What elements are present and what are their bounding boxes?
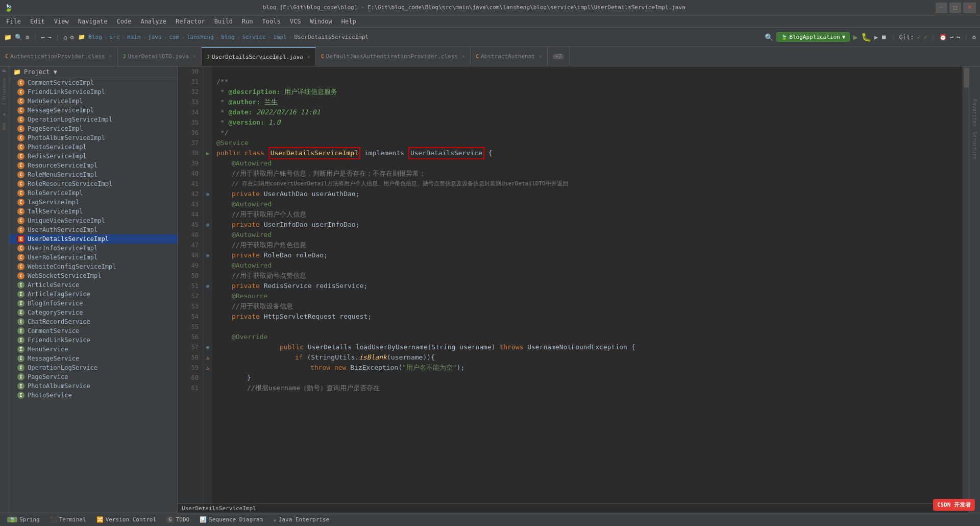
minimize-btn[interactable]: ─ (936, 3, 948, 13)
sidebar-item-MessageServiceImpl[interactable]: C MessageServiceImpl (9, 106, 177, 115)
maximize-btn[interactable]: □ (949, 3, 961, 13)
breadcrumb-item-lansheng[interactable]: lansheng (187, 34, 214, 40)
tab-close-user-detail-dto[interactable]: × (193, 54, 196, 59)
bottom-tab-terminal[interactable]: ⬛ Terminal (47, 515, 89, 524)
tab-close-auth-provider[interactable]: × (109, 54, 112, 59)
breadcrumb-item-impl[interactable]: impl (273, 34, 287, 40)
toolbar-icon-arrow-right[interactable]: → (48, 34, 52, 41)
menu-tools[interactable]: Tools (258, 17, 285, 26)
tab-more[interactable]: +7 (548, 47, 570, 66)
sidebar-item-UniqueViewServiceImpl[interactable]: C UniqueViewServiceImpl (9, 216, 177, 225)
sidebar-item-RedisServiceImpl[interactable]: C RedisServiceImpl (9, 152, 177, 161)
scroll-indicator[interactable] (964, 67, 969, 88)
sidebar-item-MenuServiceImpl[interactable]: C MenuServiceImpl (9, 97, 177, 106)
gutter-icon-run-57[interactable]: ⊕ (203, 342, 212, 352)
sidebar-item-ArticleTagService[interactable]: I ArticleTagService (9, 290, 177, 299)
breadcrumb-item-main[interactable]: main (127, 34, 141, 40)
sidebar-item-UserAuthServiceImpl[interactable]: C UserAuthServiceImpl (9, 225, 177, 234)
sidebar-item-CategoryService[interactable]: I CategoryService (9, 308, 177, 317)
menu-run[interactable]: Run (238, 17, 257, 26)
debug-button[interactable]: 🐛 (861, 32, 871, 42)
far-right-label-favorites[interactable]: Favorites (971, 97, 978, 129)
gutter-icon-run-48[interactable]: ⊕ (203, 250, 212, 260)
sidebar-item-ChatRecordService[interactable]: I ChatRecordService (9, 317, 177, 326)
breadcrumb-item-java[interactable]: java (148, 34, 162, 40)
sidebar-item-CommentServiceImpl[interactable]: C CommentServiceImpl (9, 78, 177, 87)
gutter-icon-run-51[interactable]: ⊕ (203, 281, 212, 291)
sidebar-item-WebsiteConfigServiceImpl[interactable]: C WebsiteConfigServiceImpl (9, 262, 177, 271)
history-icon[interactable]: ⏰ (939, 34, 947, 41)
bottom-tab-sequence[interactable]: 📊 Sequence Diagram (197, 515, 266, 524)
tab-abstract-auth[interactable]: C AbstractAuthennt × (471, 47, 548, 66)
sidebar-item-FriendLinkServiceImpl[interactable]: C FriendLinkServiceImpl (9, 87, 177, 97)
search-everywhere-icon[interactable]: 🔍 (765, 33, 773, 41)
sidebar-item-RoleServiceImpl[interactable]: C RoleServiceImpl (9, 188, 177, 198)
sidebar-item-PhotoAlbumService[interactable]: I PhotoAlbumService (9, 381, 177, 391)
menu-code[interactable]: Code (113, 17, 136, 26)
settings-icon[interactable]: ⚙ (972, 34, 976, 41)
sidebar-item-MenuService[interactable]: I MenuService (9, 345, 177, 354)
toolbar-icon-settings[interactable]: ⚙ (70, 34, 74, 41)
left-icon-web[interactable]: Web (2, 123, 7, 130)
gutter-icon-run-38[interactable]: ▶ (203, 148, 212, 158)
tab-auth-provider[interactable]: C AuthenticationProvider.class × (0, 47, 118, 66)
coverage-button[interactable]: ▶ (874, 34, 878, 41)
menu-window[interactable]: Window (306, 17, 336, 26)
menu-file[interactable]: File (2, 17, 25, 26)
tab-default-jaas[interactable]: C DefaultJaasAuthenticationProvider.clas… (316, 47, 471, 66)
sidebar-item-RoleMenuServiceImpl[interactable]: C RoleMenuServiceImpl (9, 170, 177, 179)
menu-refactor[interactable]: Refactor (172, 17, 209, 26)
run-configuration-dropdown[interactable]: 🍃 BlogApplication ▼ (776, 32, 850, 42)
sidebar-item-OperationLogServiceImpl[interactable]: C OperationLogServiceImpl (9, 115, 177, 124)
sidebar-item-UserInfoServiceImpl[interactable]: C UserInfoServiceImpl (9, 244, 177, 253)
sidebar-item-PageService[interactable]: I PageService (9, 372, 177, 381)
sidebar-item-PhotoService[interactable]: I PhotoService (9, 391, 177, 400)
toolbar-icon-arrow-left[interactable]: ← (41, 34, 44, 41)
far-right-label-structure[interactable]: Structure (971, 130, 978, 161)
code-editor[interactable]: /** * @description: 用户详细信息服务 * @author: … (212, 66, 963, 504)
gutter-icon-run-42[interactable]: ⊕ (203, 189, 212, 199)
breadcrumb-item-service[interactable]: service (242, 34, 265, 40)
left-icon-project[interactable]: P (1, 68, 8, 73)
menu-help[interactable]: Help (337, 17, 360, 26)
title-bar-controls[interactable]: ─ □ ✕ (936, 3, 976, 13)
code-content[interactable]: 30 31 32 33 34 35 36 37 38 39 40 41 42 4… (178, 66, 969, 504)
sidebar-item-UserDetailsServiceImpl[interactable]: C UserDetailsServiceImpl (9, 234, 177, 244)
menu-build[interactable]: Build (210, 17, 237, 26)
tab-close-user-details-impl[interactable]: × (307, 54, 310, 60)
tab-close-default-jaas[interactable]: × (462, 54, 465, 59)
sidebar-item-CommentService[interactable]: I CommentService (9, 326, 177, 336)
sidebar-item-FriendLinkService[interactable]: I FriendLinkService (9, 336, 177, 345)
close-btn[interactable]: ✕ (963, 3, 976, 13)
gutter-icon-run-45[interactable]: ⊕ (203, 220, 212, 230)
sidebar-item-ResourceServiceImpl[interactable]: C ResourceServiceImpl (9, 161, 177, 170)
breadcrumb-item-blog2[interactable]: blog (221, 34, 235, 40)
breadcrumb-item-file[interactable]: UserDetailsServiceImpl (294, 34, 369, 40)
sidebar-item-PhotoAlbumServiceImpl[interactable]: C PhotoAlbumServiceImpl (9, 133, 177, 142)
sidebar-item-TagServiceImpl[interactable]: C TagServiceImpl (9, 198, 177, 207)
sidebar-item-PhotoServiceImpl[interactable]: C PhotoServiceImpl (9, 142, 177, 152)
undo-icon[interactable]: ↩ (950, 34, 953, 41)
run-button[interactable]: ▶ (853, 32, 858, 42)
tab-user-detail-dto[interactable]: J UserDetailDTO.java × (118, 47, 202, 66)
breadcrumb-item-src[interactable]: src (109, 34, 119, 40)
sidebar-item-MessageService[interactable]: I MessageService (9, 354, 177, 363)
sidebar-item-PageServiceImpl[interactable]: C PageServiceImpl (9, 124, 177, 133)
sidebar-item-TalkServiceImpl[interactable]: C TalkServiceImpl (9, 207, 177, 216)
breadcrumb-item-blog[interactable]: 📁 Blog (78, 34, 102, 40)
stop-button[interactable]: ⏹ (881, 34, 887, 41)
sidebar-header[interactable]: 📁 Project ▼ (9, 66, 177, 78)
menu-navigate[interactable]: Navigate (74, 17, 112, 26)
sidebar-item-ArticleService[interactable]: I ArticleService (9, 280, 177, 290)
toolbar-icon-home[interactable]: ⌂ (63, 34, 67, 41)
sidebar-item-BlogInfoService[interactable]: I BlogInfoService (9, 299, 177, 308)
bottom-tab-java-enterprise[interactable]: ☕ Java Enterprise (270, 515, 332, 524)
bottom-tab-spring[interactable]: 🍃 Spring (4, 515, 43, 524)
menu-edit[interactable]: Edit (26, 17, 49, 26)
sidebar-item-RoleResourceServiceImpl[interactable]: C RoleResourceServiceImpl (9, 179, 177, 188)
tab-user-details-impl[interactable]: J UserDetailsServiceImpl.java × (202, 47, 316, 66)
sidebar-item-WebSocketServiceImpl[interactable]: C WebSocketServiceImpl (9, 271, 177, 280)
breadcrumb-item-com[interactable]: com (169, 34, 179, 40)
bottom-tab-todo[interactable]: 6 TODO (163, 515, 192, 524)
sidebar-item-OperationLogService[interactable]: I OperationLogService (9, 363, 177, 372)
